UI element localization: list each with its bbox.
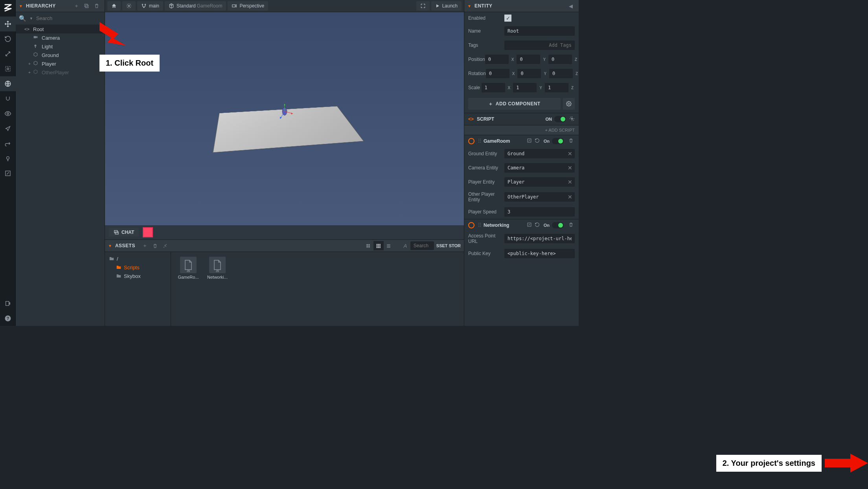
script-component-title: SCRIPT	[477, 116, 545, 122]
asset-item[interactable]: JSGameRo...	[177, 257, 199, 279]
home-button[interactable]	[107, 1, 121, 11]
tool-translate[interactable]	[0, 17, 16, 31]
tool-element[interactable]	[0, 61, 16, 76]
edit-script-button[interactable]	[526, 138, 533, 144]
view-list-button[interactable]	[384, 241, 394, 250]
script-status-icon	[468, 222, 474, 228]
hierarchy-item-otherplayer[interactable]: +OtherPlayer	[16, 68, 105, 77]
tool-help[interactable]: ?	[0, 311, 16, 326]
script-toggle[interactable]	[552, 138, 564, 144]
field-input[interactable]	[504, 149, 575, 158]
tool-snap[interactable]	[0, 91, 16, 106]
user-avatar[interactable]	[143, 227, 153, 237]
add-script-button[interactable]: + ADD SCRIPT	[464, 125, 579, 135]
delete-button[interactable]	[92, 1, 101, 11]
component-gear-button[interactable]	[569, 116, 575, 123]
assets-add-button[interactable]: ＋	[140, 241, 150, 250]
asset-item[interactable]: JSNetworki...	[206, 257, 228, 279]
tool-visibility[interactable]	[0, 106, 16, 121]
hierarchy-search-input[interactable]	[36, 15, 102, 21]
enabled-checkbox[interactable]: ✓	[504, 15, 511, 22]
svg-point-46	[571, 118, 573, 119]
field-input[interactable]	[504, 207, 575, 217]
tags-input[interactable]	[504, 40, 575, 50]
delete-script-button[interactable]	[567, 222, 575, 228]
tool-world[interactable]	[0, 76, 16, 91]
field-input[interactable]	[504, 234, 575, 243]
chevron-down-icon[interactable]: ▼	[19, 4, 23, 8]
view-small-button[interactable]	[373, 241, 384, 250]
assets-filter-button[interactable]: A	[400, 241, 410, 250]
camera-mode-button[interactable]: Perspective	[228, 1, 268, 11]
position-x-input[interactable]	[485, 55, 509, 64]
assets-search-input[interactable]	[410, 241, 434, 250]
asset-folder[interactable]: Scripts	[105, 263, 171, 272]
hierarchy-item-player[interactable]: +Player	[16, 59, 105, 68]
field-input[interactable]	[504, 163, 575, 173]
add-component-button[interactable]: ＋ ADD COMPONENT	[468, 98, 561, 110]
assets-delete-button[interactable]	[150, 241, 160, 250]
tool-publish[interactable]	[0, 296, 16, 311]
tool-focus[interactable]	[0, 121, 16, 136]
rotation-z-input[interactable]	[549, 69, 573, 78]
clear-ref-button[interactable]: ✕	[568, 194, 572, 200]
rotation-x-input[interactable]	[486, 69, 509, 78]
tool-redo[interactable]	[0, 136, 16, 151]
field-label: Camera Entity	[468, 165, 504, 171]
view-large-button[interactable]	[363, 241, 373, 250]
search-icon: 🔍	[19, 15, 26, 22]
svg-rect-31	[368, 246, 370, 248]
field-input[interactable]	[504, 177, 575, 187]
clear-ref-button[interactable]: ✕	[568, 165, 572, 171]
drag-handle-icon[interactable]: ⠿	[478, 138, 480, 144]
hierarchy-item-ground[interactable]: Ground	[16, 51, 105, 59]
branch-button[interactable]: main	[137, 1, 163, 11]
launch-button[interactable]: Launch	[431, 1, 462, 11]
collapse-inspector-button[interactable]: ◀	[566, 1, 576, 11]
asset-store-button[interactable]: SSET STOR	[436, 243, 461, 248]
hierarchy-item-light[interactable]: Light	[16, 42, 105, 51]
shading-button[interactable]: StandardGameRoom	[165, 1, 226, 11]
script-enabled-toggle[interactable]	[554, 116, 566, 122]
hierarchy-item-camera[interactable]: Camera	[16, 33, 105, 42]
duplicate-button[interactable]	[82, 1, 91, 11]
fullscreen-button[interactable]	[416, 1, 430, 11]
rotation-y-input[interactable]	[517, 69, 541, 78]
clear-ref-button[interactable]: ✕	[568, 179, 572, 185]
svg-point-13	[128, 5, 130, 7]
viewport-3d[interactable]: CHAT 1. Click Root	[105, 12, 464, 239]
position-y-input[interactable]	[517, 55, 540, 64]
search-dropdown-icon[interactable]: ▼	[29, 17, 33, 20]
asset-folder[interactable]: /	[105, 254, 171, 263]
scale-x-input[interactable]	[482, 83, 505, 92]
scale-y-input[interactable]	[513, 83, 537, 92]
drag-handle-icon[interactable]: ⠿	[478, 222, 480, 228]
add-entity-button[interactable]: ＋	[72, 1, 81, 11]
field-input[interactable]	[504, 192, 575, 202]
component-settings-button[interactable]	[563, 98, 575, 110]
entity-name-input[interactable]	[504, 26, 575, 36]
settings-button[interactable]	[122, 1, 136, 11]
clear-ref-button[interactable]: ✕	[568, 151, 572, 157]
assets-pin-button[interactable]	[160, 241, 171, 250]
parse-script-button[interactable]	[533, 222, 541, 228]
chat-button[interactable]: CHAT	[109, 228, 139, 237]
field-input[interactable]	[504, 249, 575, 258]
script-name: GameRoom	[484, 138, 526, 144]
tool-editor[interactable]	[0, 166, 16, 181]
position-z-input[interactable]	[548, 55, 572, 64]
edit-script-button[interactable]	[526, 222, 533, 228]
tool-lightmap[interactable]	[0, 151, 16, 166]
chevron-down-icon[interactable]: ▼	[467, 4, 471, 8]
script-toggle[interactable]	[552, 222, 564, 228]
scale-z-input[interactable]	[545, 83, 568, 92]
svg-rect-42	[387, 245, 391, 246]
tool-scale[interactable]	[0, 46, 16, 61]
asset-folder[interactable]: Skybox	[105, 272, 171, 280]
chevron-down-icon[interactable]: ▼	[108, 244, 112, 248]
hierarchy-item-root[interactable]: <>Root	[16, 25, 105, 33]
assets-title: ASSETS	[115, 243, 135, 248]
tool-rotate[interactable]	[0, 31, 16, 46]
delete-script-button[interactable]	[567, 138, 575, 144]
parse-script-button[interactable]	[533, 138, 541, 144]
